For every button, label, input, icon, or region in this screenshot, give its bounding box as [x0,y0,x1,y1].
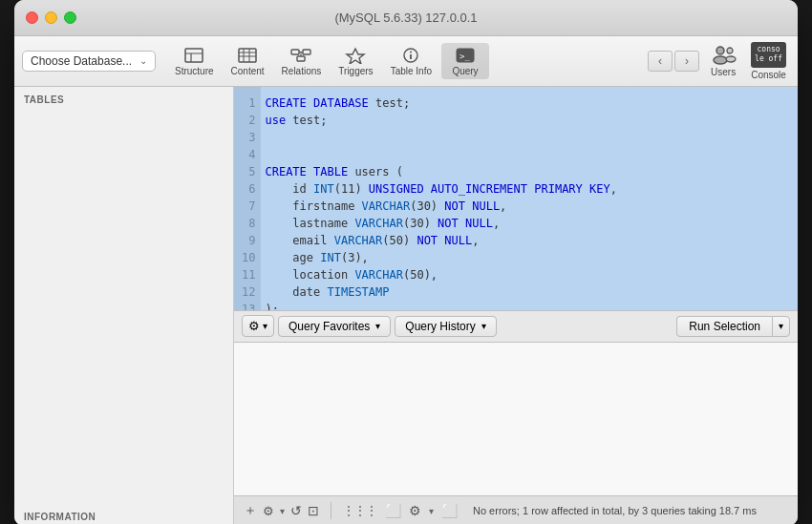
relations-button[interactable]: Relations [274,43,330,79]
tables-list [14,109,233,504]
svg-point-20 [714,56,727,64]
titlebar: (MySQL 5.6.33) 127.0.0.1 [14,0,798,36]
code-content[interactable]: CREATE DATABASE test; use test; CREATE T… [261,87,798,310]
svg-point-22 [726,56,736,62]
content-icon [235,46,260,65]
query-icon: >_ [453,46,478,65]
svg-marker-13 [347,49,364,64]
triggers-label: Triggers [338,66,373,76]
result-area [234,343,798,495]
tables-title: TABLES [24,94,224,105]
users-label: Users [711,67,736,77]
status-message: No errors; 1 row affected in total, by 3… [473,505,757,516]
columns-button[interactable]: ⋮⋮⋮ [343,504,377,517]
content-label: Content [231,66,265,76]
run-dropdown-button[interactable]: ▾ [772,316,790,337]
table-info-icon [398,46,423,65]
triggers-icon [343,46,368,65]
structure-label: Structure [175,66,214,76]
db-select-label: Choose Database... [31,54,132,68]
run-label: Run Selection [689,320,760,333]
users-button[interactable]: Users [705,42,741,79]
refresh-button[interactable]: ↺ [290,503,302,518]
svg-rect-8 [291,50,299,54]
nav-arrows: ‹ › [648,51,699,72]
settings2-arrow: ▾ [429,506,434,516]
svg-rect-0 [185,49,203,62]
query-editor-inner: 1 2 3 4 5 6 7 8 9 10 11 12 13 CREAT [234,87,798,310]
close-button[interactable] [26,11,38,24]
database-selector[interactable]: Choose Database... ⌄ [22,51,156,72]
query-toolbar: ⚙ ▾ Query Favorites ▾ Query History ▾ Ru… [234,310,798,343]
line-numbers: 1 2 3 4 5 6 7 8 9 10 11 12 13 [234,87,261,310]
svg-rect-3 [239,49,256,62]
window-title: (MySQL 5.6.33) 127.0.0.1 [334,10,477,25]
svg-rect-9 [303,50,310,54]
status-bar: ＋ ⚙ ▾ ↺ ⊡ ⋮⋮⋮ ⬜ ⚙ ▾ ⬜ No errors; 1 row a… [234,495,798,524]
maximize-button[interactable] [64,11,76,24]
console-label: Console [751,70,786,80]
gear-arrow: ▾ [280,506,285,516]
run-selection-button[interactable]: Run Selection [676,316,772,337]
settings-button[interactable]: ⚙ ▾ [242,315,274,337]
query-button[interactable]: >_ Query [441,43,489,79]
relations-icon [288,46,313,65]
sidebar: TABLES INFORMATION [14,87,234,524]
table-info-label: Table Info [391,66,432,76]
traffic-lights [26,11,76,24]
gear-icon: ⚙ [248,319,260,333]
console-icon: console off [751,42,786,68]
triggers-button[interactable]: Triggers [331,43,380,79]
svg-point-19 [716,47,724,54]
export-button[interactable]: ⬜ [385,503,401,518]
main-toolbar: Choose Database... ⌄ Structure [14,36,798,87]
favorites-button[interactable]: Query Favorites ▾ [278,316,391,337]
content-button[interactable]: Content [224,43,272,79]
favorites-label: Query Favorites [288,320,370,333]
relations-label: Relations [282,66,322,76]
structure-button[interactable]: Structure [167,43,222,79]
tables-section: TABLES [14,87,233,109]
content-area: 1 2 3 4 5 6 7 8 9 10 11 12 13 CREAT [234,87,798,524]
history-label: Query History [405,320,475,333]
status-controls: ＋ ⚙ ▾ ↺ ⊡ [244,502,319,519]
favorites-arrow: ▾ [375,321,380,331]
settings-arrow: ▾ [263,321,267,331]
main-content: TABLES INFORMATION 1 2 3 4 5 6 [14,87,798,524]
filter-button[interactable]: ⊡ [308,503,319,518]
toolbar-right: ‹ › Users console off [648,40,790,82]
add-button[interactable]: ＋ [244,502,257,519]
copy-button[interactable]: ⬜ [441,503,458,518]
run-section: Run Selection ▾ [676,316,790,337]
structure-icon [182,46,206,65]
gear-small-button[interactable]: ⚙ [263,504,274,518]
forward-button[interactable]: › [674,51,699,72]
settings2-button[interactable]: ⚙ [409,503,421,518]
information-title: INFORMATION [24,512,224,522]
information-section: INFORMATION [14,504,233,524]
run-dropdown-arrow: ▾ [779,321,783,331]
back-button[interactable]: ‹ [648,51,673,72]
query-label: Query [452,66,478,76]
svg-point-16 [410,51,412,52]
table-info-button[interactable]: Table Info [383,43,439,79]
console-button[interactable]: console off Console [747,40,790,82]
history-arrow: ▾ [481,321,486,331]
svg-point-21 [727,48,733,53]
svg-text:>_: >_ [459,52,470,61]
application-window: (MySQL 5.6.33) 127.0.0.1 Choose Database… [14,0,798,524]
query-editor[interactable]: 1 2 3 4 5 6 7 8 9 10 11 12 13 CREAT [234,87,798,310]
minimize-button[interactable] [45,11,57,24]
users-icon [709,44,737,65]
chevron-down-icon: ⌄ [139,55,147,66]
history-button[interactable]: Query History ▾ [395,316,496,337]
status-divider [331,502,331,519]
toolbar-nav-buttons: Structure Content [167,43,489,79]
svg-rect-10 [297,56,305,61]
